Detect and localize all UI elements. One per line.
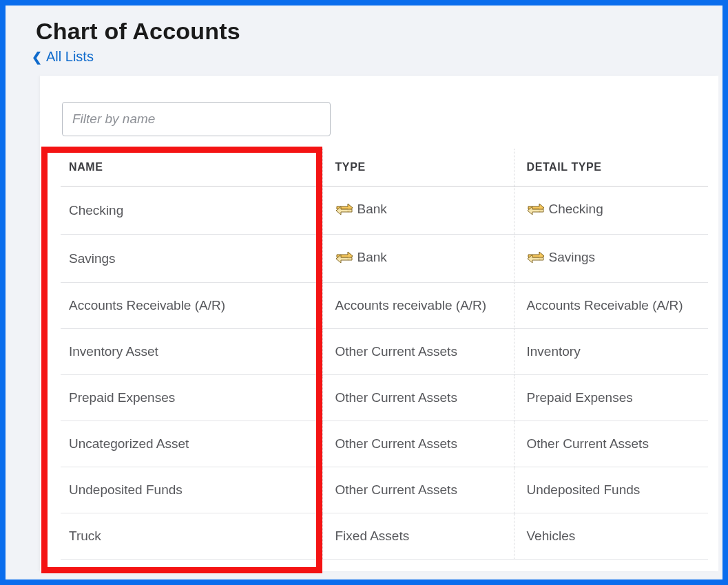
table-row[interactable]: Undeposited FundsOther Current AssetsUnd… (61, 467, 708, 513)
filter-area (40, 102, 718, 136)
page-header: Chart of Accounts ❮ All Lists (6, 6, 722, 73)
cell-name[interactable]: Accounts Receivable (A/R) (61, 283, 322, 329)
cell-type[interactable]: Bank (322, 187, 514, 235)
table-row[interactable]: TruckFixed AssetsVehicles (61, 513, 708, 560)
cell-detail-type[interactable]: Inventory (514, 329, 708, 375)
cell-detail-type[interactable]: Checking (514, 187, 708, 235)
table-wrap: NAME TYPE DETAIL TYPE CheckingBankChecki… (40, 149, 718, 560)
cell-name[interactable]: Undeposited Funds (61, 467, 322, 513)
chevron-left-icon: ❮ (32, 50, 42, 65)
cell-name[interactable]: Inventory Asset (61, 329, 322, 375)
page-title: Chart of Accounts (36, 18, 722, 45)
table-row[interactable]: CheckingBankChecking (61, 187, 708, 235)
cell-type[interactable]: Accounts receivable (A/R) (322, 283, 514, 329)
cell-type[interactable]: Bank (322, 235, 514, 283)
table-row[interactable]: Accounts Receivable (A/R)Accounts receiv… (61, 283, 708, 329)
breadcrumb-all-lists[interactable]: ❮ All Lists (32, 49, 94, 65)
swap-arrows-icon (527, 203, 542, 215)
table-row[interactable]: Inventory AssetOther Current AssetsInven… (61, 329, 708, 375)
swap-arrows-icon (335, 203, 351, 215)
swap-arrows-icon (527, 251, 542, 264)
table-row[interactable]: Uncategorized AssetOther Current AssetsO… (61, 421, 708, 467)
cell-type-label: Bank (357, 250, 387, 265)
cell-detail-type[interactable]: Other Current Assets (514, 421, 708, 467)
cell-detail-type[interactable]: Undeposited Funds (514, 467, 708, 513)
app-frame: Chart of Accounts ❮ All Lists NAME TYPE … (0, 0, 728, 585)
col-header-type[interactable]: TYPE (322, 149, 514, 187)
cell-type[interactable]: Other Current Assets (322, 421, 514, 467)
cell-name[interactable]: Savings (61, 235, 322, 283)
cell-detail-type[interactable]: Savings (514, 235, 708, 283)
col-header-name[interactable]: NAME (61, 149, 322, 187)
table-header-row: NAME TYPE DETAIL TYPE (61, 149, 708, 187)
cell-name[interactable]: Uncategorized Asset (61, 421, 322, 467)
cell-detail-label: Checking (549, 202, 603, 217)
cell-detail-label: Savings (549, 250, 596, 265)
cell-detail-type[interactable]: Vehicles (514, 513, 708, 560)
cell-name[interactable]: Truck (61, 513, 322, 560)
col-header-detail-type[interactable]: DETAIL TYPE (514, 149, 708, 187)
table-row[interactable]: SavingsBankSavings (61, 235, 708, 283)
cell-type[interactable]: Other Current Assets (322, 329, 514, 375)
cell-name[interactable]: Checking (61, 187, 322, 235)
swap-arrows-icon (335, 251, 351, 264)
cell-type[interactable]: Other Current Assets (322, 375, 514, 421)
table-row[interactable]: Prepaid ExpensesOther Current AssetsPrep… (61, 375, 708, 421)
content-panel: NAME TYPE DETAIL TYPE CheckingBankChecki… (40, 76, 718, 571)
filter-input[interactable] (62, 102, 331, 136)
breadcrumb-label: All Lists (46, 49, 94, 65)
cell-type[interactable]: Other Current Assets (322, 467, 514, 513)
accounts-table: NAME TYPE DETAIL TYPE CheckingBankChecki… (61, 149, 708, 560)
cell-type[interactable]: Fixed Assets (322, 513, 514, 560)
cell-name[interactable]: Prepaid Expenses (61, 375, 322, 421)
cell-type-label: Bank (357, 202, 387, 217)
cell-detail-type[interactable]: Accounts Receivable (A/R) (514, 283, 708, 329)
cell-detail-type[interactable]: Prepaid Expenses (514, 375, 708, 421)
